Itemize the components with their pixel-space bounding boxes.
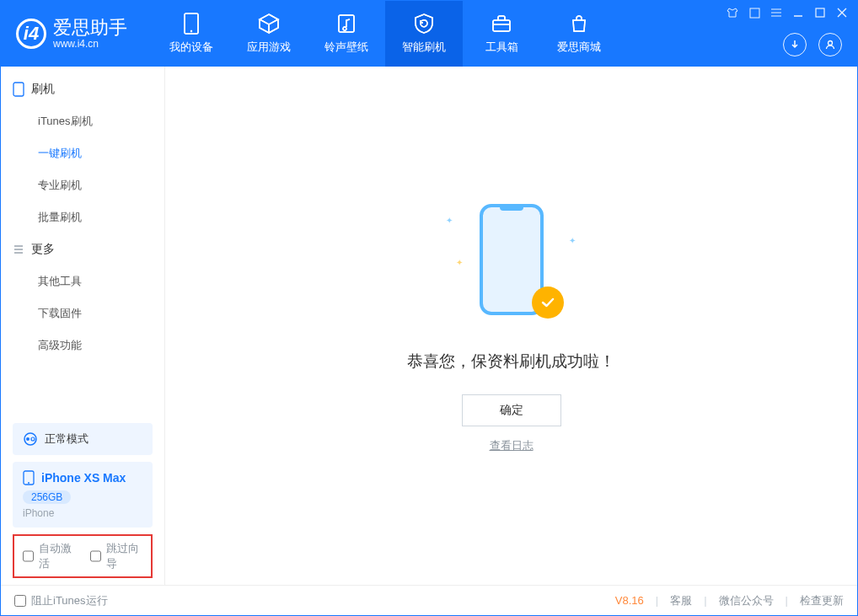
version-label: V8.16 [615, 594, 644, 607]
sidebar-item-pro-flash[interactable]: 专业刷机 [1, 169, 164, 201]
checkbox-label: 自动激活 [39, 541, 75, 571]
device-name: iPhone XS Max [41, 471, 126, 485]
nav-ringtones[interactable]: 铃声壁纸 [308, 1, 385, 67]
device-type: iPhone [23, 507, 142, 519]
app-window: i4 爱思助手 www.i4.cn 我的设备 应用游戏 铃声壁纸 智能刷机 [0, 0, 858, 616]
user-button[interactable] [818, 33, 842, 56]
window-controls [726, 6, 849, 19]
checkbox-input[interactable] [23, 550, 34, 562]
footer-link-update[interactable]: 检查更新 [800, 593, 844, 608]
checkbox-skip-guide[interactable]: 跳过向导 [90, 541, 142, 571]
checkbox-input[interactable] [90, 550, 101, 562]
toolbox-icon [491, 13, 512, 35]
success-title: 恭喜您，保资料刷机成功啦！ [407, 351, 615, 372]
nav-label: 铃声壁纸 [324, 40, 368, 55]
app-name: 爱思助手 [53, 18, 127, 38]
svg-rect-7 [13, 83, 24, 96]
sidebar-group-title: 更多 [31, 242, 55, 257]
nav-label: 爱思商城 [557, 40, 601, 55]
minimize-button[interactable] [791, 6, 805, 19]
list-icon [13, 244, 24, 255]
footer: 阻止iTunes运行 V8.16 | 客服 | 微信公众号 | 检查更新 [1, 585, 857, 615]
svg-point-1 [190, 30, 192, 32]
sidebar-item-batch-flash[interactable]: 批量刷机 [1, 201, 164, 233]
nav-toolbox[interactable]: 工具箱 [463, 1, 540, 67]
menu-icon[interactable] [770, 6, 783, 19]
mode-icon [23, 431, 38, 447]
nav-label: 智能刷机 [402, 40, 446, 55]
checkbox-input[interactable] [14, 595, 26, 607]
nav-my-device[interactable]: 我的设备 [153, 1, 230, 67]
storage-badge: 256GB [23, 490, 71, 504]
phone-small-icon [23, 470, 35, 485]
top-nav: 我的设备 应用游戏 铃声壁纸 智能刷机 工具箱 爱思商城 [153, 1, 618, 67]
download-button[interactable] [783, 33, 807, 56]
svg-rect-5 [816, 8, 824, 17]
sidebar-item-advanced[interactable]: 高级功能 [1, 329, 164, 362]
shirt-icon[interactable] [726, 6, 739, 19]
svg-point-10 [31, 437, 35, 441]
svg-point-6 [829, 41, 833, 46]
sidebar-item-itunes-flash[interactable]: iTunes刷机 [1, 105, 164, 137]
success-illustration: ✦ ✦ ✦ [444, 199, 579, 325]
highlighted-options-box: 自动激活 跳过向导 [13, 534, 153, 578]
main-content: ✦ ✦ ✦ 恭喜您，保资料刷机成功啦！ 确定 查看日志 [165, 67, 857, 585]
svg-rect-4 [750, 8, 759, 18]
cube-icon [258, 13, 280, 35]
sidebar: 刷机 iTunes刷机 一键刷机 专业刷机 批量刷机 更多 其他工具 下载固件 … [1, 67, 165, 585]
check-badge-icon [532, 287, 564, 319]
maximize-button[interactable] [813, 6, 827, 19]
view-log-link[interactable]: 查看日志 [490, 438, 534, 453]
checkbox-label: 跳过向导 [106, 541, 142, 571]
sidebar-group-more: 更多 [1, 233, 164, 265]
checkbox-auto-activate[interactable]: 自动激活 [23, 541, 75, 571]
phone-small-icon [13, 82, 24, 97]
sidebar-group-title: 刷机 [31, 82, 55, 97]
nav-smart-flash[interactable]: 智能刷机 [385, 1, 463, 67]
header-action-circles [783, 33, 842, 56]
sidebar-item-download-firmware[interactable]: 下载固件 [1, 297, 164, 329]
svg-point-9 [26, 437, 29, 441]
nav-label: 应用游戏 [247, 40, 291, 55]
sidebar-item-oneclick-flash[interactable]: 一键刷机 [1, 137, 164, 169]
footer-link-wechat[interactable]: 微信公众号 [719, 593, 774, 608]
nav-store[interactable]: 爱思商城 [540, 1, 618, 67]
sidebar-group-flash: 刷机 [1, 73, 164, 105]
logo-icon: i4 [16, 19, 46, 49]
svg-rect-3 [493, 20, 510, 31]
body: 刷机 iTunes刷机 一键刷机 专业刷机 批量刷机 更多 其他工具 下载固件 … [1, 67, 857, 585]
sidebar-item-other-tools[interactable]: 其他工具 [1, 265, 164, 297]
nav-apps-games[interactable]: 应用游戏 [230, 1, 308, 67]
mode-label: 正常模式 [45, 431, 88, 447]
device-card[interactable]: iPhone XS Max 256GB iPhone [13, 462, 153, 528]
svg-point-12 [28, 482, 29, 484]
checkbox-label: 阻止iTunes运行 [31, 593, 108, 608]
music-icon [336, 13, 357, 35]
ok-button[interactable]: 确定 [462, 394, 561, 426]
refresh-shield-icon [413, 13, 435, 35]
nav-label: 工具箱 [485, 40, 518, 55]
footer-link-support[interactable]: 客服 [670, 593, 692, 608]
close-button[interactable] [835, 6, 849, 19]
device-icon [184, 13, 199, 35]
header: i4 爱思助手 www.i4.cn 我的设备 应用游戏 铃声壁纸 智能刷机 [1, 1, 857, 67]
box-icon[interactable] [748, 6, 761, 19]
bag-icon [569, 13, 589, 35]
nav-label: 我的设备 [169, 40, 213, 55]
app-url: www.i4.cn [53, 39, 127, 50]
checkbox-block-itunes[interactable]: 阻止iTunes运行 [14, 593, 108, 608]
mode-card[interactable]: 正常模式 [13, 423, 153, 455]
logo: i4 爱思助手 www.i4.cn [16, 1, 127, 67]
